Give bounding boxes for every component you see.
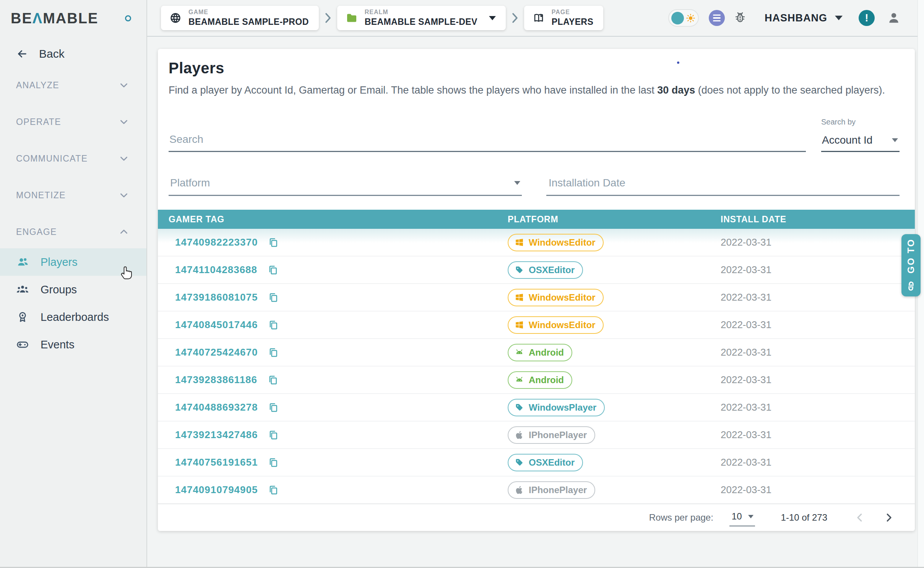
- install-date-cell: 2022-03-31: [710, 456, 915, 468]
- copy-gamertag-button[interactable]: [268, 292, 279, 303]
- alert-icon[interactable]: !: [859, 10, 875, 26]
- sidebar-section-label: ANALYZE: [16, 80, 59, 91]
- account-menu[interactable]: HASHBANG: [765, 12, 843, 24]
- arrow-left-icon: [16, 48, 28, 60]
- copy-gamertag-button[interactable]: [268, 457, 279, 468]
- table-row: 14740910794905IPhonePlayer2022-03-31: [158, 476, 915, 504]
- next-page-button[interactable]: [883, 512, 895, 523]
- previous-page-button[interactable]: [854, 512, 866, 523]
- sidebar-section-communicate[interactable]: COMMUNICATE: [0, 147, 146, 170]
- gamer-tag-link[interactable]: 14740910794905: [175, 484, 258, 496]
- sidebar-section-operate[interactable]: OPERATE: [0, 111, 146, 133]
- sidebar-item-label: Leaderboards: [41, 311, 109, 324]
- copy-gamertag-button[interactable]: [267, 264, 279, 276]
- back-button[interactable]: Back: [0, 43, 146, 65]
- column-header-install-date: INSTALL DATE: [710, 214, 915, 225]
- platform-label: IPhonePlayer: [529, 485, 587, 495]
- rows-per-page-select[interactable]: 10: [729, 509, 755, 526]
- search-by-select[interactable]: Search by Account Id: [821, 118, 900, 152]
- installation-date-input[interactable]: [548, 176, 898, 189]
- apple-icon: [515, 430, 524, 440]
- sidebar-item-leaderboards[interactable]: Leaderboards: [0, 303, 146, 331]
- caret-down-icon: [489, 16, 496, 20]
- beamable-logo: BEΛMABLE: [11, 10, 98, 27]
- sidebar-section-label: ENGAGE: [16, 227, 57, 237]
- platform-placeholder: Platform: [170, 177, 210, 189]
- rows-per-page-value: 10: [732, 511, 742, 522]
- platform-badge: Android: [508, 344, 572, 361]
- platform-label: WindowsEditor: [529, 292, 595, 303]
- gamer-tag-cell: 14740982223370: [158, 236, 497, 248]
- gamer-tag-link[interactable]: 14739213427486: [175, 429, 258, 441]
- chevron-down-icon: [119, 117, 129, 127]
- sidebar-item-label: Players: [41, 256, 78, 269]
- logo-accent-letter: Λ: [32, 10, 43, 26]
- table-row: 14739283861186Android2022-03-31: [158, 366, 915, 394]
- gamer-tag-cell: 14740910794905: [158, 484, 497, 496]
- breadcrumb-labels: PAGEPLAYERS: [552, 9, 593, 27]
- bug-report-icon[interactable]: [733, 11, 747, 25]
- breadcrumb-game[interactable]: GAMEBEAMABLE SAMPLE-PROD: [161, 6, 319, 30]
- sun-icon: [685, 13, 696, 23]
- account-name: HASHBANG: [765, 12, 827, 24]
- platform-cell: WindowsEditor: [497, 289, 710, 306]
- platform-cell: OSXEditor: [497, 454, 710, 471]
- platform-select[interactable]: Platform: [169, 171, 522, 196]
- logo-row: BEΛMABLE: [0, 0, 146, 37]
- sidebar-section-analyze[interactable]: ANALYZE: [0, 74, 146, 96]
- sidebar-section-label: OPERATE: [16, 117, 61, 127]
- controller-icon: [16, 338, 29, 351]
- page-description: Find a player by Account Id, Gamertag or…: [169, 84, 900, 96]
- gamer-tag-link[interactable]: 14740756191651: [175, 456, 258, 468]
- table-row: 14740725424670Android2022-03-31: [158, 339, 915, 366]
- goto-tab[interactable]: GO TO: [901, 234, 921, 296]
- groups-icon: [16, 283, 29, 296]
- copy-gamertag-button[interactable]: [268, 347, 279, 358]
- docs-menu-icon[interactable]: [709, 10, 725, 26]
- tag-icon: [515, 403, 524, 412]
- platform-cell: IPhonePlayer: [497, 481, 710, 499]
- copy-gamertag-button[interactable]: [268, 429, 279, 441]
- sidebar-item-events[interactable]: Events: [0, 331, 146, 358]
- gamer-tag-link[interactable]: 14741104283688: [175, 264, 257, 276]
- apple-icon: [515, 485, 524, 495]
- gamer-tag-link[interactable]: 14740488693278: [175, 401, 258, 413]
- search-row: Search by Account Id: [169, 118, 900, 152]
- install-date-cell: 2022-03-31: [710, 264, 915, 276]
- copy-gamertag-button[interactable]: [267, 374, 279, 386]
- gamer-tag-link[interactable]: 14739186081075: [175, 291, 258, 303]
- players-table: GAMER TAG PLATFORM INSTALL DATE 14740982…: [158, 210, 915, 504]
- sidebar-sections: ANALYZEOPERATECOMMUNICATEMONETIZEENGAGE: [0, 74, 146, 243]
- theme-toggle[interactable]: [668, 9, 699, 27]
- breadcrumb-realm[interactable]: REALMBEAMABLE SAMPLE-DEV: [337, 6, 506, 30]
- breadcrumb-page[interactable]: PAGEPLAYERS: [524, 6, 603, 30]
- gamer-tag-link[interactable]: 14740725424670: [175, 346, 258, 358]
- search-input[interactable]: [169, 128, 806, 152]
- topbar-actions: HASHBANG !: [668, 9, 918, 27]
- gamer-tag-cell: 14739213427486: [158, 429, 497, 441]
- sidebar-section-label: MONETIZE: [16, 190, 66, 201]
- platform-badge: OSXEditor: [508, 454, 583, 471]
- copy-gamertag-button[interactable]: [268, 319, 279, 331]
- description-bold: 30 days: [657, 84, 695, 96]
- page-head: Players Find a player by Account Id, Gam…: [158, 49, 915, 96]
- copy-gamertag-button[interactable]: [268, 237, 279, 248]
- platform-label: Android: [529, 375, 564, 385]
- android-icon: [515, 348, 524, 357]
- copy-gamertag-button[interactable]: [268, 402, 279, 413]
- sidebar-item-groups[interactable]: Groups: [0, 276, 146, 303]
- gamer-tag-link[interactable]: 14739283861186: [175, 374, 257, 386]
- copy-gamertag-button[interactable]: [268, 484, 279, 496]
- table-row: 14740488693278WindowsPlayer2022-03-31: [158, 394, 915, 421]
- sidebar-section-monetize[interactable]: MONETIZE: [0, 184, 146, 206]
- sidebar-item-players[interactable]: Players: [0, 248, 146, 276]
- globe-icon: [169, 12, 182, 24]
- main-content: Players Find a player by Account Id, Gam…: [147, 37, 918, 568]
- beamable-portal-window: BEΛMABLE Back ANALYZEOPERATECOMMUNICATEM…: [0, 0, 924, 568]
- breadcrumb-kind-label: PAGE: [552, 9, 593, 16]
- gamer-tag-link[interactable]: 14740845017446: [175, 319, 258, 331]
- gamer-tag-link[interactable]: 14740982223370: [175, 236, 258, 248]
- sidebar-section-engage[interactable]: ENGAGE: [0, 221, 146, 243]
- user-avatar-icon[interactable]: [886, 10, 901, 26]
- chevron-right-icon: [325, 12, 331, 24]
